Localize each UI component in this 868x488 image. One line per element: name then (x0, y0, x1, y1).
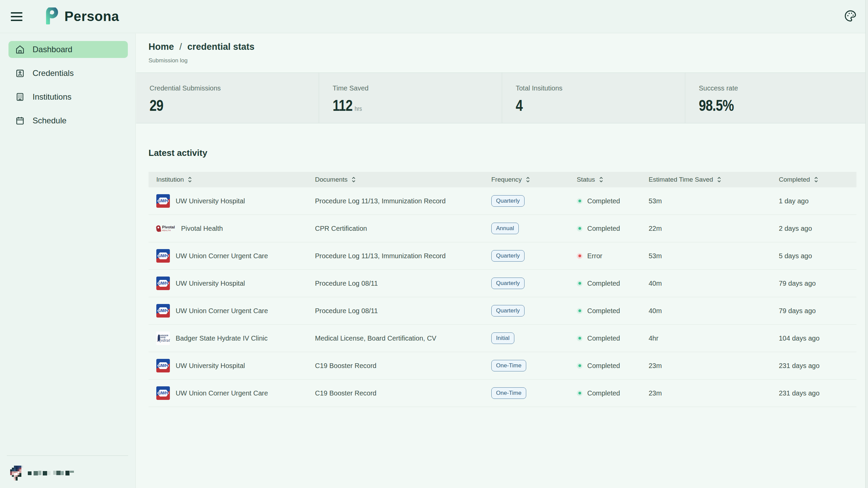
stat-value: 29 (150, 96, 163, 115)
frequency-badge: Quarterly (491, 278, 525, 289)
sidebar-item-dashboard[interactable]: Dashboard (8, 41, 128, 58)
sidebar-item-schedule[interactable]: Schedule (8, 112, 128, 129)
frequency-badge: One-Time (491, 360, 526, 371)
column-header-frequency[interactable]: Frequency (491, 176, 577, 183)
institution-name: UW Union Corner Urgent Care (176, 307, 268, 315)
documents-cell: Medical License, Board Certification, CV (315, 334, 491, 342)
stat-label: Credential Submissions (150, 84, 319, 92)
stat-card: Time Saved 112 hrs (319, 73, 502, 123)
sidebar-footer (0, 455, 135, 488)
user-avatar (10, 466, 23, 481)
home-icon (15, 45, 25, 54)
frequency-badge: Quarterly (491, 250, 525, 262)
user-profile[interactable] (10, 466, 75, 481)
sort-icon (526, 176, 530, 183)
time-saved-cell: 23m (649, 389, 779, 397)
table-row[interactable]: UWH UW University Hospital Procedure Log… (149, 187, 856, 215)
column-header-estimated-time-saved[interactable]: Estimated Time Saved (649, 176, 779, 183)
table-body: UWH UW University Hospital Procedure Log… (149, 187, 856, 407)
table-row[interactable]: UWH UW Union Corner Urgent Care C19 Boos… (149, 380, 856, 407)
status-cell: Error (577, 252, 649, 260)
completed-cell: 104 days ago (779, 334, 856, 342)
documents-cell: CPR Certification (315, 225, 491, 232)
institution-name: UW University Hospital (176, 280, 245, 287)
breadcrumb-separator: / (179, 42, 182, 52)
documents-cell: Procedure Log 11/13, Immunization Record (315, 252, 491, 260)
sort-icon (188, 176, 192, 183)
documents-cell: C19 Booster Record (315, 362, 491, 370)
stat-card: Credential Submissions 29 (136, 73, 319, 123)
status-label: Completed (587, 280, 620, 287)
user-name-redacted (28, 470, 75, 476)
table-row[interactable]: UWH UW University Hospital Procedure Log… (149, 270, 856, 297)
documents-cell: Procedure Log 08/11 (315, 280, 491, 287)
latest-activity-title: Latest activity (149, 147, 868, 159)
stat-value: 4 (516, 96, 522, 115)
sidebar-item-institutions[interactable]: Institutions (8, 88, 128, 105)
column-header-status[interactable]: Status (577, 176, 649, 183)
page-subtitle: Submission log (149, 57, 868, 64)
time-saved-cell: 23m (649, 362, 779, 370)
uwh-logo: UWH (156, 194, 170, 208)
table-row[interactable]: UWH UW Union Corner Urgent Care Procedur… (149, 242, 856, 270)
status-label: Completed (587, 197, 620, 205)
uwh-logo: UWH (156, 386, 170, 400)
brand: Persona (45, 7, 119, 26)
time-saved-cell: 40m (649, 307, 779, 315)
uwh-logo: UWH (156, 249, 170, 263)
institution-name: Badger State Hydrate IV Clinic (176, 334, 268, 342)
hamburger-menu-icon[interactable] (11, 11, 26, 23)
stat-label: Time Saved (333, 84, 502, 92)
status-dot (577, 363, 583, 369)
column-header-completed[interactable]: Completed (779, 176, 856, 183)
sort-icon (814, 176, 818, 183)
frequency-badge: One-Time (491, 387, 526, 399)
status-cell: Completed (577, 362, 649, 370)
scrollbar[interactable] (865, 0, 868, 488)
table-row[interactable]: UWH UW Union Corner Urgent Care Procedur… (149, 297, 856, 325)
stat-unit: hrs (355, 105, 362, 113)
sort-icon (717, 176, 722, 183)
status-cell: Completed (577, 225, 649, 232)
uwh-logo: UWH (156, 304, 170, 318)
badger-clinic-logo: BADGER STATEHydrate (156, 331, 170, 345)
status-label: Completed (587, 225, 620, 232)
brand-logo-icon (45, 7, 59, 26)
breadcrumb-current: credential stats (188, 42, 255, 52)
status-cell: Completed (577, 197, 649, 205)
app-header: Persona (0, 0, 868, 33)
status-cell: Completed (577, 280, 649, 287)
id-badge-icon (15, 68, 25, 78)
status-dot (577, 390, 583, 396)
sidebar-item-label: Institutions (33, 92, 72, 102)
table-row[interactable]: PivotalHEALTH Pivotal Health CPR Certifi… (149, 215, 856, 242)
completed-cell: 2 days ago (779, 225, 856, 232)
institution-name: UW Union Corner Urgent Care (176, 389, 268, 397)
breadcrumb: Home / credential stats (149, 42, 868, 52)
breadcrumb-home-link[interactable]: Home (149, 42, 174, 52)
building-icon (15, 92, 25, 102)
stat-card: Total Insitutions 4 (502, 73, 685, 123)
stat-value: 112 (333, 96, 352, 115)
pivotal-health-logo: PivotalHEALTH (156, 222, 175, 235)
documents-cell: Procedure Log 11/13, Immunization Record (315, 197, 491, 205)
status-label: Completed (587, 334, 620, 342)
stat-value: 98.5% (699, 96, 734, 115)
stat-card: Success rate 98.5% (685, 73, 868, 123)
status-dot (577, 336, 583, 341)
status-dot (577, 253, 583, 259)
completed-cell: 5 days ago (779, 252, 856, 260)
institution-name: Pivotal Health (181, 225, 223, 232)
column-header-documents[interactable]: Documents (315, 176, 491, 183)
column-header-institution[interactable]: Institution (156, 176, 315, 183)
sidebar-item-credentials[interactable]: Credentials (8, 65, 128, 82)
institution-name: UW University Hospital (176, 362, 245, 370)
status-dot (577, 308, 583, 314)
palette-icon[interactable] (843, 9, 858, 24)
completed-cell: 79 days ago (779, 280, 856, 287)
status-cell: Completed (577, 334, 649, 342)
status-label: Error (587, 252, 602, 260)
table-row[interactable]: UWH UW University Hospital C19 Booster R… (149, 352, 856, 380)
table-row[interactable]: BADGER STATEHydrate Badger State Hydrate… (149, 325, 856, 352)
time-saved-cell: 22m (649, 225, 779, 232)
